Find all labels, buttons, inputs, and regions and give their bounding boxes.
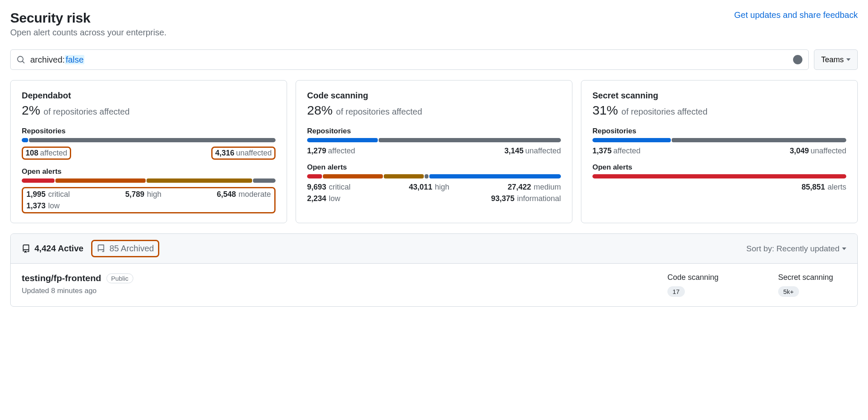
- dependabot-unaffected-highlight[interactable]: 4,316unaffected: [211, 147, 276, 160]
- tab-archived[interactable]: 85 Archived: [97, 244, 154, 253]
- percent-label: of repositories affected: [621, 107, 707, 117]
- percent-label: of repositories affected: [336, 107, 422, 117]
- visibility-badge: Public: [106, 273, 133, 283]
- repo-name[interactable]: testing/fp-frontend: [22, 273, 101, 283]
- page-subtitle: Open alert counts across your enterprise…: [10, 28, 858, 37]
- tab-archived-highlight[interactable]: 85 Archived: [91, 240, 160, 257]
- cs-info[interactable]: 93,375informational: [491, 194, 561, 203]
- page-title: Security risk: [10, 10, 90, 26]
- percent-label: of repositories affected: [43, 107, 129, 117]
- dependabot-card: Dependabot 2% of repositories affected R…: [10, 80, 287, 223]
- cs-medium[interactable]: 27,422medium: [508, 183, 561, 192]
- chevron-down-icon: [842, 247, 846, 250]
- dependabot-alerts-bar: [22, 178, 276, 183]
- tab-active[interactable]: 4,424 Active: [22, 244, 83, 253]
- code-scanning-unaffected[interactable]: 3,145unaffected: [504, 147, 561, 155]
- dependabot-percent: 2%: [22, 103, 40, 118]
- search-input[interactable]: archived:false: [10, 49, 809, 70]
- secret-scanning-affected[interactable]: 1,375affected: [592, 147, 641, 155]
- search-query-key: archived:: [30, 55, 65, 64]
- search-query: archived:false: [25, 55, 793, 65]
- cs-critical[interactable]: 9,693critical: [307, 183, 351, 192]
- repos-label: Repositories: [22, 127, 276, 135]
- updated-text: Updated 8 minutes ago: [22, 287, 667, 295]
- clear-search-button[interactable]: [793, 55, 802, 64]
- alerts-label: Open alerts: [592, 163, 846, 172]
- secret-scanning-count[interactable]: 5k+: [778, 286, 799, 297]
- teams-dropdown[interactable]: Teams: [814, 49, 858, 70]
- secret-scanning-alerts-bar: [592, 174, 846, 178]
- secret-scanning-total[interactable]: 85,851alerts: [802, 183, 846, 192]
- repository-list: 4,424 Active 85 Archived Sort by: Recent…: [10, 233, 858, 307]
- card-title: Dependabot: [22, 91, 276, 101]
- dependabot-alerts-highlight[interactable]: 1,995critical 5,789high 6,548moderate 1,…: [22, 187, 276, 213]
- tab-archived-label: 85 Archived: [109, 244, 154, 253]
- code-scanning-percent: 28%: [307, 103, 333, 118]
- alerts-label: Open alerts: [307, 163, 561, 172]
- row-code-scanning: Code scanning 17: [667, 273, 736, 297]
- teams-label: Teams: [821, 55, 844, 64]
- sort-dropdown[interactable]: Sort by: Recently updated: [746, 244, 846, 253]
- repo-icon: [22, 245, 30, 253]
- code-scanning-alerts-bar: [307, 174, 561, 178]
- secret-scanning-unaffected[interactable]: 3,049unaffected: [790, 147, 846, 155]
- close-icon: [795, 57, 800, 62]
- cs-high[interactable]: 43,011high: [409, 183, 449, 192]
- feedback-link[interactable]: Get updates and share feedback: [734, 10, 858, 20]
- dependabot-affected-highlight[interactable]: 108affected: [22, 147, 71, 160]
- secret-scanning-card: Secret scanning 31% of repositories affe…: [581, 80, 858, 223]
- archive-icon: [97, 245, 105, 253]
- secret-scanning-percent: 31%: [592, 103, 618, 118]
- code-scanning-card: Code scanning 28% of repositories affect…: [296, 80, 572, 223]
- tab-active-label: 4,424 Active: [34, 244, 83, 253]
- code-scanning-affected[interactable]: 1,279affected: [307, 147, 355, 155]
- chevron-down-icon: [846, 58, 851, 61]
- count-label: Secret scanning: [778, 273, 846, 282]
- count-label: Code scanning: [667, 273, 736, 282]
- repos-label: Repositories: [592, 127, 846, 135]
- cs-low[interactable]: 2,234low: [307, 194, 340, 203]
- code-scanning-count[interactable]: 17: [667, 286, 685, 297]
- repository-row[interactable]: testing/fp-frontend Public Updated 8 min…: [11, 264, 857, 306]
- repos-label: Repositories: [307, 127, 561, 135]
- row-secret-scanning: Secret scanning 5k+: [778, 273, 846, 297]
- alerts-label: Open alerts: [22, 167, 276, 176]
- search-icon: [17, 55, 25, 64]
- card-title: Code scanning: [307, 91, 561, 101]
- sort-label: Sort by: Recently updated: [746, 244, 839, 253]
- code-scanning-repos-bar: [307, 138, 561, 142]
- dependabot-repos-bar: [22, 138, 276, 142]
- secret-scanning-repos-bar: [592, 138, 846, 142]
- search-query-value: false: [65, 55, 84, 64]
- card-title: Secret scanning: [592, 91, 846, 101]
